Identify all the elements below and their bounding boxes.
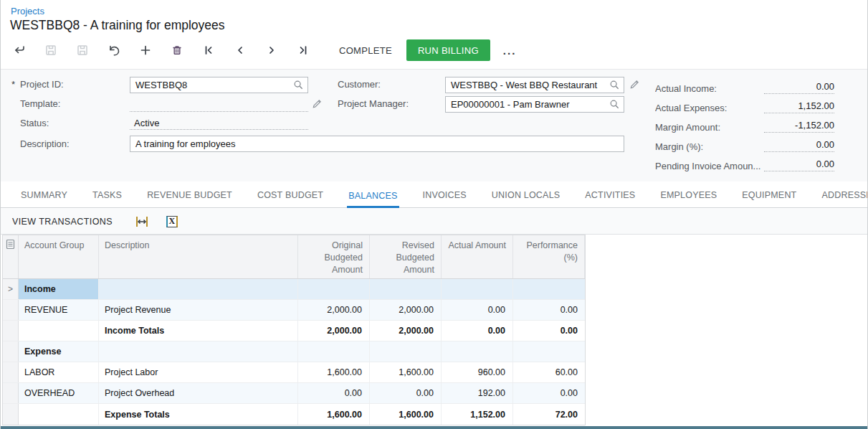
go-first-icon[interactable]: [193, 39, 224, 61]
fit-width-icon[interactable]: [133, 213, 151, 230]
tab-invoices[interactable]: INVOICES: [421, 190, 468, 207]
tab-revenue-budget[interactable]: REVENUE BUDGET: [146, 190, 234, 207]
grid-cell[interactable]: [99, 279, 298, 299]
grid-cell[interactable]: LABOR: [19, 362, 99, 382]
tab-activities[interactable]: ACTIVITIES: [583, 190, 636, 207]
table-row[interactable]: Expense Totals1,600.001,600.001,152.0072…: [3, 404, 585, 425]
description-input[interactable]: A training for employees: [130, 136, 624, 152]
export-excel-icon[interactable]: X: [163, 213, 181, 230]
run-billing-button[interactable]: RUN BILLING: [406, 39, 490, 61]
grid-cell[interactable]: [442, 279, 513, 299]
grid-cell[interactable]: 1,600.00: [298, 404, 370, 425]
grid-cell[interactable]: 960.00: [442, 362, 513, 382]
grid-cell[interactable]: 2,000.00: [298, 321, 370, 341]
tab-summary[interactable]: SUMMARY: [19, 190, 69, 207]
grid-cell[interactable]: 0.00: [513, 383, 585, 403]
add-icon[interactable]: [130, 39, 161, 61]
column-header-original-budgeted-amount[interactable]: Original Budgeted Amount: [298, 235, 370, 278]
grid-cell[interactable]: Project Labor: [99, 362, 298, 382]
table-row[interactable]: REVENUEProject Revenue2,000.002,000.000.…: [3, 300, 585, 321]
tab-balances[interactable]: BALANCES: [347, 191, 399, 208]
row-gutter[interactable]: [3, 341, 19, 362]
go-prev-icon[interactable]: [224, 39, 256, 61]
grid-cell[interactable]: [19, 404, 99, 425]
grid-cell[interactable]: 1,600.00: [370, 404, 442, 425]
tab-tasks[interactable]: TASKS: [91, 190, 123, 207]
more-actions-button[interactable]: ...: [499, 44, 521, 57]
row-gutter[interactable]: [3, 300, 19, 320]
grid-cell[interactable]: 60.00: [513, 362, 585, 382]
breadcrumb[interactable]: Projects: [11, 6, 44, 16]
grid-cell[interactable]: 0.00: [370, 383, 442, 403]
tab-equipment[interactable]: EQUIPMENT: [740, 190, 798, 207]
tab-cost-budget[interactable]: COST BUDGET: [256, 190, 325, 207]
column-header-actual-amount[interactable]: Actual Amount: [442, 235, 513, 278]
back-icon[interactable]: [4, 39, 35, 61]
grid-cell[interactable]: 0.00: [513, 321, 585, 341]
row-gutter[interactable]: [3, 383, 19, 403]
view-transactions-button[interactable]: VIEW TRANSACTIONS: [12, 217, 113, 227]
grid-cell[interactable]: Project Overhead: [99, 383, 298, 403]
grid-cell[interactable]: Income: [19, 279, 99, 299]
column-header-revised-budgeted-amount[interactable]: Revised Budgeted Amount: [370, 235, 442, 278]
grid-cell[interactable]: 72.00: [513, 404, 585, 425]
complete-button[interactable]: COMPLETE: [329, 39, 402, 61]
undo-icon[interactable]: [98, 39, 130, 61]
grid-cell[interactable]: 2,000.00: [370, 321, 442, 341]
table-row[interactable]: Expense: [3, 341, 585, 362]
column-header-account-group[interactable]: Account Group: [19, 235, 99, 278]
delete-icon[interactable]: [161, 39, 193, 61]
pencil-icon[interactable]: [312, 98, 323, 112]
grid-cell[interactable]: 1,152.00: [442, 404, 513, 425]
project-manager-input[interactable]: EP00000001 - Pam Brawner: [445, 96, 624, 113]
tab-addresses[interactable]: ADDRESSES: [820, 190, 868, 207]
grid-cell[interactable]: [513, 279, 585, 299]
grid-cell[interactable]: 2,000.00: [298, 300, 370, 320]
grid-cell[interactable]: [370, 279, 442, 299]
grid-cell[interactable]: 0.00: [442, 300, 513, 320]
table-row[interactable]: Income Totals2,000.002,000.000.000.00: [3, 321, 585, 341]
grid-cell[interactable]: 0.00: [513, 300, 585, 320]
grid-cell[interactable]: 1,600.00: [298, 362, 370, 382]
go-next-icon[interactable]: [256, 39, 287, 61]
go-last-icon[interactable]: [287, 39, 319, 61]
grid-cell[interactable]: 1,600.00: [370, 362, 442, 382]
grid-cell[interactable]: REVENUE: [19, 300, 99, 320]
grid-cell[interactable]: Expense Totals: [99, 404, 298, 425]
project-id-input[interactable]: WESTBBQ8: [130, 77, 308, 93]
row-gutter[interactable]: [3, 321, 19, 341]
column-header-description[interactable]: Description: [99, 235, 298, 278]
table-row[interactable]: >Income: [3, 279, 585, 300]
grid-cell[interactable]: Income Totals: [99, 321, 298, 341]
row-settings-icon[interactable]: [3, 235, 19, 278]
search-icon[interactable]: [609, 99, 620, 112]
grid-cell[interactable]: [298, 279, 370, 299]
grid-cell[interactable]: [19, 321, 99, 341]
grid-cell[interactable]: 0.00: [298, 383, 370, 403]
grid-cell[interactable]: [99, 341, 298, 362]
grid-cell[interactable]: 2,000.00: [370, 300, 442, 320]
row-gutter[interactable]: [3, 362, 19, 382]
grid-cell[interactable]: Project Revenue: [99, 300, 298, 320]
search-icon[interactable]: [609, 80, 620, 93]
grid-cell[interactable]: [298, 341, 370, 362]
grid-cell[interactable]: [442, 341, 513, 362]
table-row[interactable]: OVERHEADProject Overhead0.000.00192.000.…: [3, 383, 585, 404]
selected-row-chevron[interactable]: >: [3, 279, 19, 299]
tab-union-locals[interactable]: UNION LOCALS: [490, 190, 561, 207]
table-row[interactable]: LABORProject Labor1,600.001,600.00960.00…: [3, 362, 585, 383]
tab-employees[interactable]: EMPLOYEES: [659, 190, 718, 207]
grid-cell[interactable]: Expense: [19, 341, 99, 362]
row-gutter[interactable]: [3, 404, 19, 425]
search-icon[interactable]: [293, 80, 304, 93]
template-input[interactable]: [130, 97, 308, 112]
grid-cell[interactable]: 192.00: [442, 383, 513, 403]
pencil-icon[interactable]: [629, 79, 640, 93]
bottom-scrollbar[interactable]: [1, 426, 867, 429]
column-header-performance-[interactable]: Performance (%): [513, 235, 585, 278]
customer-input[interactable]: WESTBBQ - West BBQ Restaurant: [445, 77, 624, 93]
grid-cell[interactable]: OVERHEAD: [19, 383, 99, 403]
grid-cell[interactable]: [370, 341, 442, 362]
grid-cell[interactable]: 0.00: [442, 321, 513, 341]
grid-cell[interactable]: [513, 341, 585, 362]
